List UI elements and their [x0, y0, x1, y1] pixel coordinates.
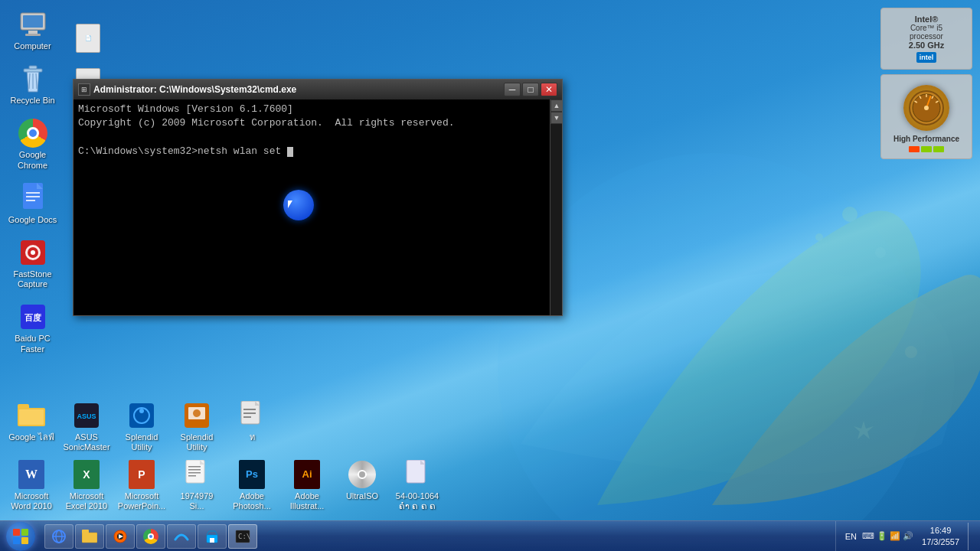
performance-label: High Performance: [887, 135, 965, 143]
desktop: Computer Recycle Bin: [0, 0, 980, 551]
svg-text:百度: 百度: [24, 313, 42, 322]
google-flash-label: Google ไลฟ์: [8, 432, 54, 442]
cmd-minimize-button[interactable]: ─: [504, 83, 521, 96]
desktop-icon-google-docs[interactable]: Google Docs: [4, 180, 61, 228]
desktop-icon-word[interactable]: W MicrosoftWord 2010: [4, 456, 59, 514]
excel-icon: X: [71, 459, 102, 490]
intel-core: Core™ i5: [887, 24, 965, 32]
desktop-icon-powerpoint[interactable]: P MicrosoftPowerPoin...: [114, 456, 169, 514]
tray-icon-1: ⌨: [862, 531, 874, 541]
doc1-icon: 📄: [73, 23, 103, 54]
computer-label: Computer: [14, 41, 51, 51]
desktop-icon-photoshop[interactable]: Ps AdobePhotosh...: [224, 456, 279, 514]
desktop-icon-google-flash[interactable]: Google ไลฟ์: [4, 397, 59, 455]
svg-rect-6: [23, 15, 43, 28]
cmd-taskbar-icon: C:\: [235, 529, 250, 544]
clock-time: 16:49: [930, 525, 952, 536]
svg-point-53: [924, 106, 929, 110]
svg-text:C:\: C:\: [238, 533, 250, 540]
svg-rect-7: [28, 31, 38, 34]
start-button[interactable]: [0, 521, 41, 552]
svg-rect-16: [26, 196, 40, 197]
computer-icon: [18, 9, 48, 40]
svg-rect-40: [188, 466, 201, 468]
taskbar: C:\ EN ⌨ 🔋 📶 🔊 16:49 17/3/2557: [0, 520, 980, 551]
word-icon: W: [16, 459, 47, 490]
recycle-bin-label: Recycle Bin: [10, 96, 54, 106]
desktop-icon-asus-sonic[interactable]: ASUS ASUSSonicMaster: [59, 397, 114, 455]
scroll-up-button[interactable]: ▲: [550, 99, 562, 112]
taskbar-item-store[interactable]: [198, 524, 227, 549]
desktop-icon-doc-5400[interactable]: 54-00-1064ຄຳ ຄ ຄ ຄ: [390, 456, 445, 514]
chrome-taskbar-icon: [143, 529, 158, 544]
desktop-icon-lifeframe[interactable]: Splendid Utility: [169, 397, 224, 455]
store-icon: [204, 529, 220, 544]
doc-5400-label: 54-00-1064ຄຳ ຄ ຄ ຄ: [396, 491, 439, 511]
svg-text:ASUS: ASUS: [77, 412, 96, 420]
desktop-icon-baidu[interactable]: 百度 Baidu PCFaster: [4, 298, 61, 357]
bottom-icons-row2: W MicrosoftWord 2010 X MicrosoftExcel 20…: [0, 456, 449, 514]
scroll-down-button[interactable]: ▼: [550, 112, 562, 124]
svg-rect-37: [243, 412, 256, 414]
svg-rect-43: [188, 475, 196, 477]
cmd-close-button[interactable]: ✕: [541, 83, 557, 96]
ultraiso-icon: [347, 459, 377, 490]
svg-point-2: [875, 247, 886, 258]
desktop-icons-col1: Computer Recycle Bin: [0, 0, 65, 364]
desktop-icon-ultraiso[interactable]: UltraISO: [335, 456, 390, 514]
svg-point-3: [815, 233, 823, 241]
taskbar-item-media[interactable]: [106, 524, 135, 549]
cmd-maximize-button[interactable]: □: [522, 83, 539, 96]
tray-icon-sound: 🔊: [903, 531, 913, 541]
taskbar-item-chrome[interactable]: [136, 524, 165, 549]
desktop-icon-doc-1974[interactable]: 1974979 Si...: [169, 456, 224, 514]
splendid-label: SplendidUtility: [126, 432, 158, 452]
desktop-icon-recycle-bin[interactable]: Recycle Bin: [4, 60, 61, 109]
google-chrome-label: GoogleChrome: [18, 150, 47, 170]
desktop-icon-excel[interactable]: X MicrosoftExcel 2010: [59, 456, 114, 514]
cmd-window-controls: ─ □ ✕: [504, 83, 557, 96]
google-chrome-icon: [18, 118, 48, 148]
asus-sonic-label: ASUSSonicMaster: [63, 432, 109, 452]
taskbar-item-explorer[interactable]: [75, 524, 104, 549]
performance-widget: High Performance: [880, 74, 972, 159]
desktop-icon-doc-num[interactable]: ท: [224, 397, 279, 455]
faststone-label: FastStoneCapture: [13, 269, 51, 289]
windows-logo-icon: [13, 529, 28, 544]
svg-rect-36: [243, 409, 256, 410]
swiftkey-icon: [174, 529, 189, 544]
cmd-body: Microsoft Windows [Version 6.1.7600] Cop…: [74, 99, 562, 315]
desktop-icon-illustrator[interactable]: Ai AdobeIllustrat...: [279, 456, 335, 514]
cmd-window-icon: ⊞: [78, 83, 90, 96]
faststone-icon: [18, 237, 48, 268]
svg-rect-8: [25, 34, 41, 36]
show-desktop-button[interactable]: [968, 523, 974, 550]
desktop-icon-computer[interactable]: Computer: [4, 6, 61, 54]
google-flash-icon: [16, 400, 47, 431]
svg-rect-25: [18, 404, 29, 409]
illustrator-icon: Ai: [292, 459, 322, 490]
bottom-icons-row1: Google ไลฟ์ ASUS ASUSSonicMaster: [0, 397, 449, 455]
intel-widget: Intel® Core™ i5 processor 2.50 GHz intel: [880, 8, 972, 70]
svg-rect-41: [188, 469, 201, 471]
perf-bar-green: [921, 146, 932, 152]
doc-num-icon: [237, 400, 267, 431]
perf-bar-green2: [933, 146, 944, 152]
desktop-icon-doc1[interactable]: 📄: [65, 20, 111, 58]
svg-point-34: [193, 409, 201, 417]
svg-rect-58: [82, 530, 89, 533]
taskbar-item-swiftkey[interactable]: [167, 524, 196, 549]
svg-point-31: [139, 409, 144, 413]
desktop-icon-google-chrome[interactable]: GoogleChrome: [4, 115, 61, 173]
svg-rect-10: [29, 66, 37, 69]
cmd-scrollbar[interactable]: ▲ ▼: [550, 99, 562, 315]
intel-ghz: 2.50 GHz: [887, 41, 965, 50]
perf-meter-dial: [903, 85, 949, 131]
media-player-icon: [113, 529, 128, 544]
desktop-icon-faststone[interactable]: FastStoneCapture: [4, 234, 61, 292]
taskbar-item-cmd[interactable]: C:\: [228, 524, 257, 549]
splendid-icon: [126, 400, 157, 431]
taskbar-item-ie[interactable]: [44, 524, 74, 549]
desktop-icon-splendid[interactable]: SplendidUtility: [114, 397, 169, 455]
clock-date: 17/3/2557: [922, 536, 959, 547]
